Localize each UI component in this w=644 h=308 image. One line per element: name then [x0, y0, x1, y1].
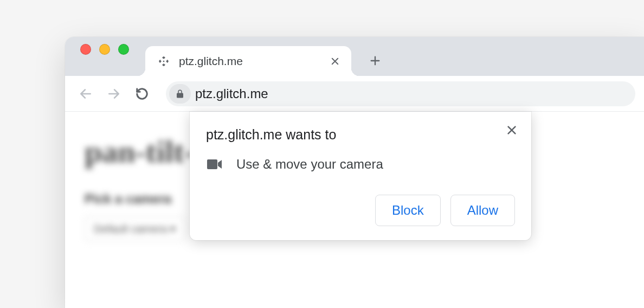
forward-button[interactable]	[102, 82, 126, 106]
camera-select[interactable]: Default camera ▾	[85, 216, 185, 241]
browser-tab[interactable]: ptz.glitch.me	[145, 46, 351, 76]
tab-strip: ptz.glitch.me	[65, 37, 644, 76]
window-controls	[73, 37, 145, 76]
address-bar[interactable]: ptz.glitch.me	[166, 81, 635, 106]
back-button[interactable]	[74, 82, 98, 106]
tab-title: ptz.glitch.me	[179, 55, 320, 68]
reload-button[interactable]	[130, 82, 154, 106]
svg-rect-1	[207, 159, 217, 169]
move-icon	[157, 55, 170, 68]
browser-window: ptz.glitch.me	[65, 37, 644, 308]
dialog-title: ptz.glitch.me wants to	[206, 127, 515, 143]
svg-point-0	[163, 60, 165, 62]
permission-text: Use & move your camera	[236, 157, 383, 172]
close-dialog-button[interactable]	[504, 123, 519, 138]
new-tab-button[interactable]	[363, 49, 387, 73]
permission-row: Use & move your camera	[206, 157, 515, 172]
block-button[interactable]: Block	[375, 195, 441, 226]
address-text: ptz.glitch.me	[195, 86, 268, 101]
dialog-buttons: Block Allow	[206, 195, 515, 226]
close-tab-button[interactable]	[329, 55, 342, 68]
close-window-button[interactable]	[80, 44, 91, 55]
maximize-window-button[interactable]	[118, 44, 129, 55]
allow-button[interactable]: Allow	[450, 195, 515, 226]
toolbar: ptz.glitch.me	[65, 76, 644, 112]
minimize-window-button[interactable]	[99, 44, 110, 55]
lock-icon[interactable]	[169, 84, 191, 104]
camera-icon	[207, 159, 222, 170]
page-content: pan-tilt-zoom Pick a camera Default came…	[65, 112, 644, 308]
permission-dialog: ptz.glitch.me wants to Use & move your c…	[190, 112, 531, 240]
